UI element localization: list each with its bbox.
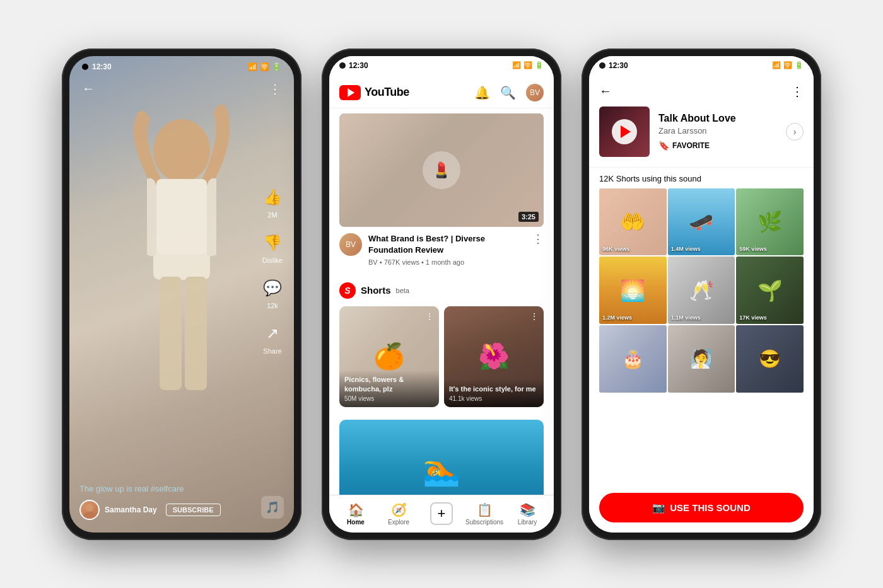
nav-subscriptions[interactable]: 📋 Subscriptions bbox=[463, 502, 506, 526]
dislike-button[interactable]: 👎 Dislike bbox=[261, 231, 284, 264]
sound-video-5[interactable]: 🥂 1.1M views bbox=[668, 257, 735, 324]
sound-video-2[interactable]: 🛹 1.4M views bbox=[668, 188, 735, 256]
shorts-caption: The glow up is real #selfcare bbox=[79, 484, 250, 493]
music-button[interactable]: 🎵 bbox=[261, 496, 284, 519]
like-icon: 👍 bbox=[261, 186, 284, 209]
shorts-player: 12:30 📶 🛜 🔋 ← ⋮ 👍 bbox=[69, 56, 294, 533]
shorts-background bbox=[69, 56, 294, 533]
home-icon: 🏠 bbox=[348, 502, 364, 517]
more-icon[interactable]: ⋮ bbox=[269, 81, 281, 96]
sound-video-8[interactable]: 🧖 bbox=[668, 325, 735, 393]
nav-add[interactable]: + bbox=[420, 502, 463, 525]
sound-video-6[interactable]: 🌱 17K views bbox=[736, 257, 804, 324]
use-sound-button[interactable]: 📷 USE THIS SOUND bbox=[599, 493, 804, 522]
nav-library[interactable]: 📚 Library bbox=[506, 502, 549, 526]
subscriptions-icon: 📋 bbox=[477, 502, 493, 517]
like-button[interactable]: 👍 2M bbox=[261, 186, 284, 219]
svg-point-0 bbox=[153, 119, 210, 182]
video-sub: BV • 767K views • 1 month ago bbox=[368, 258, 526, 266]
short-card-2[interactable]: 🌺 ⋮ It's the iconic style, for me 41.1k … bbox=[444, 306, 544, 407]
phone-shell-2: YouTube 🔔 🔍 BV 💄 3:25 bbox=[322, 49, 561, 540]
like-count: 2M bbox=[267, 211, 277, 219]
status-icons-1: 📶 🛜 🔋 bbox=[248, 62, 281, 71]
video-title[interactable]: What Brand is Best? | Diverse Foundation… bbox=[368, 233, 526, 256]
phone-screen-1: 12:30 📶 🛜 🔋 ← ⋮ 👍 bbox=[69, 56, 294, 533]
sound-video-grid: 🤲 96K views 🛹 1.4M views 🌿 59K views 🌅 1… bbox=[589, 188, 814, 393]
sound-count: 12K Shorts using this sound bbox=[589, 168, 814, 188]
library-label: Library bbox=[518, 519, 537, 526]
shorts-logo: S bbox=[339, 282, 356, 299]
comment-icon: 💬 bbox=[261, 277, 284, 299]
search-icon[interactable]: 🔍 bbox=[500, 85, 516, 100]
nav-home[interactable]: 🏠 Home bbox=[334, 502, 377, 526]
more-button[interactable]: ⋮ bbox=[791, 84, 804, 99]
use-sound-bar: 📷 USE THIS SOUND bbox=[589, 485, 814, 533]
yt-logo-text: YouTube bbox=[365, 86, 409, 99]
shorts-actions: 👍 2M 👎 Dislike 💬 12k ↗ Share bbox=[261, 186, 284, 355]
video-thumbnail[interactable]: 💄 3:25 bbox=[339, 113, 544, 227]
youtube-logo: YouTube bbox=[339, 85, 409, 100]
share-icon: ↗ bbox=[261, 322, 284, 345]
video-info: BV What Brand is Best? | Diverse Foundat… bbox=[339, 227, 544, 270]
sound-info: Talk About Love Zara Larsson 🔖 FAVORITE … bbox=[589, 107, 814, 168]
sound-video-1[interactable]: 🤲 96K views bbox=[599, 188, 667, 256]
back-button[interactable]: ← bbox=[599, 84, 612, 98]
svg-rect-4 bbox=[156, 179, 207, 255]
sound-video-views-3: 59K views bbox=[739, 246, 767, 252]
user-name: Samantha Day bbox=[105, 505, 157, 514]
sound-thumbnail bbox=[599, 107, 650, 157]
shorts-grid: 🍊 ⋮ Picnics, flowers & kombucha, plz 50M… bbox=[339, 306, 544, 407]
short-card-overlay-1: Picnics, flowers & kombucha, plz 50M vie… bbox=[339, 370, 439, 407]
subscribe-button[interactable]: SUBSCRIBE bbox=[166, 504, 221, 516]
shorts-beta-label: beta bbox=[396, 287, 409, 294]
time-phone1: 12:30 bbox=[92, 62, 112, 71]
short-card-title-1: Picnics, flowers & kombucha, plz bbox=[344, 375, 434, 393]
sound-video-views-4: 1.2M views bbox=[602, 314, 632, 321]
back-icon[interactable]: ← bbox=[82, 81, 95, 96]
favorite-button[interactable]: 🔖 FAVORITE bbox=[658, 141, 777, 151]
phone-shell-3: 12:30 📶 🛜 🔋 ← ⋮ bbox=[582, 49, 821, 540]
explore-label: Explore bbox=[388, 519, 409, 526]
short-card-views-2: 41.1k views bbox=[449, 395, 539, 402]
comment-count: 12k bbox=[267, 302, 278, 309]
svg-rect-2 bbox=[160, 277, 182, 390]
video-duration: 3:25 bbox=[518, 212, 539, 222]
camera-icon: 📷 bbox=[652, 502, 665, 514]
video-more-icon[interactable]: ⋮ bbox=[532, 232, 544, 246]
sound-nav-arrow[interactable]: › bbox=[786, 123, 804, 141]
camera-dot-3 bbox=[599, 62, 605, 69]
sound-video-9[interactable]: 😎 bbox=[736, 325, 804, 393]
library-icon: 📚 bbox=[520, 502, 535, 517]
sound-video-4[interactable]: 🌅 1.2M views bbox=[599, 257, 667, 324]
notification-icon[interactable]: 🔔 bbox=[474, 85, 490, 100]
bookmark-icon: 🔖 bbox=[658, 141, 669, 151]
yt-play-triangle bbox=[348, 88, 354, 97]
sound-artist: Zara Larsson bbox=[658, 126, 777, 135]
nav-explore[interactable]: 🧭 Explore bbox=[377, 502, 420, 526]
hashtag: #selfcare bbox=[151, 484, 184, 493]
sound-video-views-2: 1.4M views bbox=[671, 246, 701, 252]
time-phone3: 12:30 bbox=[609, 61, 628, 70]
sound-title: Talk About Love bbox=[658, 113, 777, 124]
person-figure bbox=[100, 88, 264, 453]
shorts-user-info: Samantha Day SUBSCRIBE bbox=[79, 500, 250, 520]
comment-button[interactable]: 💬 12k bbox=[261, 277, 284, 309]
short-card-1[interactable]: 🍊 ⋮ Picnics, flowers & kombucha, plz 50M… bbox=[339, 306, 439, 407]
use-sound-label: USE THIS SOUND bbox=[670, 502, 751, 513]
share-label: Share bbox=[263, 347, 281, 355]
account-avatar[interactable]: BV bbox=[526, 84, 544, 101]
sound-video-7[interactable]: 🎂 bbox=[599, 325, 667, 393]
home-label: Home bbox=[347, 519, 365, 526]
sound-video-3[interactable]: 🌿 59K views bbox=[736, 188, 804, 256]
music-icon: 🎵 bbox=[266, 500, 279, 514]
phone-2: YouTube 🔔 🔍 BV 💄 3:25 bbox=[322, 49, 561, 540]
sound-video-views-6: 17K views bbox=[739, 314, 767, 321]
share-button[interactable]: ↗ Share bbox=[261, 322, 284, 355]
sound-video-views-1: 96K views bbox=[602, 246, 630, 252]
shorts-section: S Shorts beta 🍊 ⋮ Pi bbox=[329, 275, 554, 415]
svg-point-5 bbox=[86, 504, 93, 511]
explore-icon: 🧭 bbox=[391, 502, 407, 517]
yt-logo-icon bbox=[339, 85, 361, 100]
shorts-bottom-info: The glow up is real #selfcare Samantha D… bbox=[79, 484, 250, 520]
status-icons-3: 📶 🛜 🔋 bbox=[772, 61, 804, 70]
